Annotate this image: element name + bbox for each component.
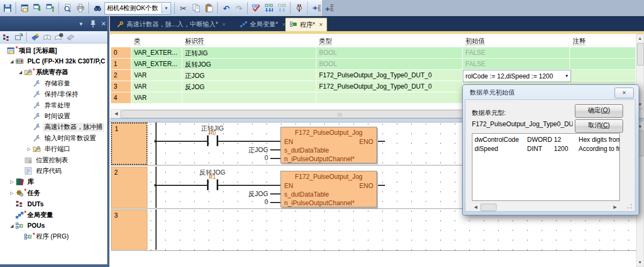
pin-icon[interactable]: [88, 19, 98, 28]
row-number-cell[interactable]: 3: [111, 81, 131, 92]
toolbar-button-compile-changed[interactable]: [276, 2, 288, 14]
library-closed-icon[interactable]: [65, 32, 76, 42]
table-cell[interactable]: VAR_EXTER...: [131, 59, 182, 70]
row-number-cell[interactable]: 4: [111, 92, 131, 104]
toolbar-button-print[interactable]: [75, 2, 86, 14]
function-block[interactable]: F172_PulseOutput_JogENENOs_dutDataTablen…: [280, 171, 377, 207]
symbol-combobox[interactable]: 相机4检测OK个数▼: [105, 2, 171, 15]
scroll-thumb[interactable]: [480, 204, 497, 211]
dut-small-icon[interactable]: [2, 32, 12, 42]
table-cell[interactable]: BOOL: [316, 47, 463, 59]
dialog-close-button[interactable]: ✕: [615, 88, 634, 98]
initial-value-list[interactable]: dwControlCodeDWORD12Hex digits from ledi…: [472, 133, 620, 201]
table-cell[interactable]: [316, 92, 463, 104]
tab-3[interactable]: 程序*✕: [285, 18, 327, 31]
rung-margin-3[interactable]: 3: [111, 210, 147, 250]
input-operand[interactable]: 正JOG: [204, 146, 268, 155]
toolbar-button-print-preview[interactable]: [62, 2, 73, 14]
scroll-down-icon[interactable]: ▼: [637, 259, 643, 266]
dialog-list-row[interactable]: dwControlCodeDWORD12Hex digits from le: [472, 136, 620, 145]
table-cell[interactable]: 正JOG: [182, 70, 316, 81]
table-cell[interactable]: [570, 59, 636, 70]
tree-expand-arrow[interactable]: ◢: [9, 59, 15, 64]
toolbar-button-download-to-plc[interactable]: [32, 2, 43, 14]
table-cell[interactable]: [182, 92, 316, 104]
tree-expand-arrow[interactable]: ◢: [17, 70, 24, 75]
table-cell[interactable]: [570, 47, 636, 59]
table-cell[interactable]: 正转JIG: [182, 47, 316, 59]
tree-item-4[interactable]: 存储容量: [26, 78, 72, 89]
dialog-list-row[interactable]: diSpeedDINT1200According to frec: [472, 145, 620, 154]
resize-grip[interactable]: [626, 203, 633, 210]
toolbar-button-insert-network-below[interactable]: [323, 2, 335, 14]
toolbar-button-insert-network[interactable]: [310, 2, 322, 14]
toolbar-button-save[interactable]: [2, 2, 13, 14]
tree-expand-arrow[interactable]: ▷: [9, 179, 15, 184]
toolbar-button-redo[interactable]: ↷: [233, 2, 245, 14]
toolbar-button-undo[interactable]: ↶: [220, 2, 232, 14]
table-cell[interactable]: F172_PulseOutput_Jog_Type0_DUT_0: [316, 81, 463, 92]
tree-item-13[interactable]: ▷库: [9, 177, 35, 187]
scroll-up-icon[interactable]: ▲: [637, 35, 643, 42]
tree-item-8[interactable]: 高速计数器，脉冲捕: [26, 122, 104, 133]
row-number-cell[interactable]: 0: [111, 47, 131, 59]
table-cell[interactable]: 反转JOG: [182, 59, 316, 70]
scroll-left-icon[interactable]: ◀: [112, 110, 120, 117]
tree-item-14[interactable]: ▷*任务: [9, 187, 42, 198]
scroll-right-icon[interactable]: ▶: [611, 203, 619, 211]
sidebar-splitter[interactable]: [107, 16, 109, 264]
rung-margin-1[interactable]: 1: [111, 122, 147, 165]
library-add-icon[interactable]: [30, 32, 41, 42]
tree-item-1[interactable]: *项目 [无标题]: [0, 45, 58, 56]
tree-item-18[interactable]: *程序 (PRG): [17, 232, 70, 242]
table-cell[interactable]: VAR: [131, 70, 182, 81]
tree-item-11[interactable]: 位置控制表: [17, 155, 70, 165]
cancel-button[interactable]: 取消(C): [575, 119, 623, 133]
contact-bar[interactable]: [217, 179, 218, 190]
toolbar-button-copy[interactable]: [190, 2, 202, 14]
input-operand[interactable]: 反JOG: [204, 190, 268, 199]
toolbar-button-paste[interactable]: [203, 2, 215, 14]
table-cell[interactable]: F172_PulseOutput_Jog_Type0_DUT_0: [316, 70, 463, 81]
tree-item-7[interactable]: 时间设置: [26, 111, 72, 121]
chevron-down-icon[interactable]: ▼: [161, 3, 171, 13]
row-number-cell[interactable]: 2: [111, 70, 131, 81]
tree-item-17[interactable]: ◢POUs: [9, 220, 47, 231]
tree-item-5[interactable]: 保持/非保持: [26, 89, 80, 100]
tree-item-3[interactable]: ◢*系统寄存器: [17, 67, 70, 78]
contact-bar[interactable]: [207, 179, 209, 190]
tab-close-icon[interactable]: ✕: [222, 22, 226, 27]
tab-close-icon[interactable]: ✕: [319, 22, 323, 27]
toolbar-button-find[interactable]: [92, 2, 103, 14]
pou-small-icon[interactable]: [13, 32, 24, 42]
table-cell[interactable]: VAR: [131, 92, 182, 104]
table-cell[interactable]: FALSE: [463, 47, 570, 59]
input-operand[interactable]: 0: [204, 154, 268, 162]
table-cell[interactable]: BOOL: [316, 59, 463, 70]
table-cell[interactable]: [570, 70, 636, 81]
tree-item-10[interactable]: ▷串行端口: [26, 144, 72, 155]
ok-button[interactable]: 确定(O): [575, 104, 623, 118]
library-lock-icon[interactable]: [54, 32, 64, 42]
chevron-down-icon[interactable]: ▼: [563, 74, 571, 78]
tab-1[interactable]: 高速计数器，脉...入，中断输入*✕: [113, 18, 234, 31]
toolbar-button-upload-from-plc[interactable]: [45, 2, 56, 14]
toolbar-button-project-window[interactable]: [19, 2, 31, 14]
chevron-down-icon[interactable]: ▾: [76, 19, 86, 28]
rung-margin-2[interactable]: 2: [111, 167, 147, 208]
tree-expand-arrow[interactable]: ▷: [9, 191, 15, 196]
tree-item-16[interactable]: *全局变量: [9, 210, 55, 220]
library-open-icon[interactable]: [42, 32, 53, 42]
table-cell[interactable]: VAR: [131, 81, 182, 92]
dialog-hscrollbar[interactable]: ◀ ▶: [472, 203, 619, 211]
scroll-left-icon[interactable]: ◀: [472, 203, 479, 211]
tree-item-12[interactable]: 程序代码: [17, 165, 63, 176]
function-block[interactable]: F172_PulseOutput_JogENENOs_dutDataTablen…: [280, 127, 377, 163]
input-operand[interactable]: 0: [204, 198, 268, 206]
toolbar-button-check-program[interactable]: [250, 2, 262, 14]
toolbar-button-online-plug[interactable]: [293, 2, 305, 14]
contact-bar[interactable]: [217, 135, 218, 146]
tab-2[interactable]: 全局变量*✕: [236, 18, 290, 31]
initial-value-combobox[interactable]: rolCode := 12,diSpeed := 1200 ▼: [463, 70, 571, 82]
tree-expand-arrow[interactable]: ◢: [9, 223, 15, 228]
